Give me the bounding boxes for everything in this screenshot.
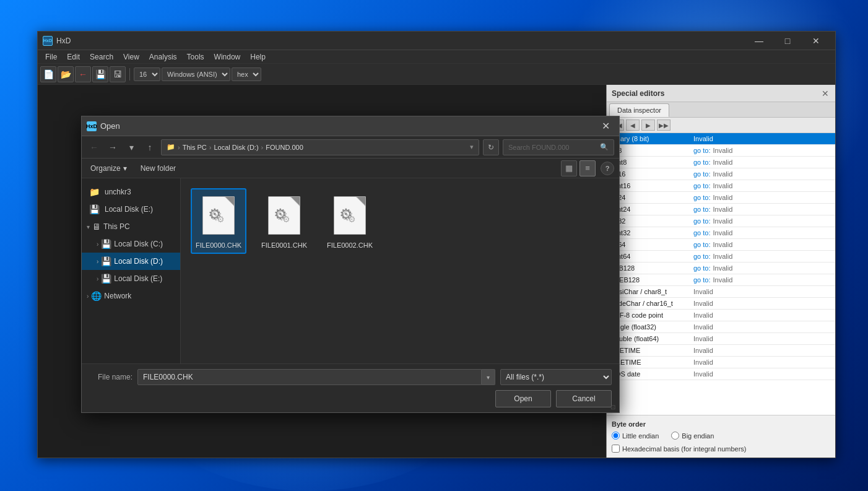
menu-item-file[interactable]: File — [40, 51, 62, 63]
byte-order-section: Byte order Little endian Big endian Hexa… — [607, 415, 835, 458]
data-row-ansichar[interactable]: AnsiChar / char8_t Invalid — [607, 286, 835, 298]
dialog-address-bar: ← → ▾ ↑ 📁 › This PC › Local Disk (D:) › … — [82, 136, 619, 159]
goto-int8[interactable]: go to: — [693, 147, 711, 154]
goto-int24[interactable]: go to: — [693, 194, 711, 201]
sidebar-item-this-pc[interactable]: ▾ 🖥 This PC — [82, 218, 180, 235]
sidebar-item-local-e[interactable]: › 💾 Local Disk (E:) — [82, 270, 180, 287]
file-icon-container-0: ⚙ ⚙ — [199, 193, 238, 238]
data-row-float64[interactable]: Double (float64) Invalid — [607, 333, 835, 345]
goto-leb128[interactable]: go to: — [693, 264, 711, 272]
data-row-uint24[interactable]: UInt24 go to: Invalid — [607, 204, 835, 215]
file-item-2[interactable]: ⚙ ⚙ FILE0002.CHK — [322, 188, 378, 254]
data-row-int32[interactable]: Int32 go to: Invalid — [607, 215, 835, 227]
goto-int64[interactable]: go to: — [693, 241, 711, 248]
data-row-leb128[interactable]: LEB128 go to: Invalid — [607, 263, 835, 274]
data-row-int8[interactable]: Int8 go to: Invalid — [607, 145, 835, 157]
view-list-button[interactable]: ≡ — [579, 160, 596, 176]
open-button[interactable]: Open — [495, 390, 551, 407]
file-type-select[interactable]: All files (*.*) — [500, 369, 612, 385]
app-icon: HxD — [43, 36, 53, 46]
sidebar-item-local-e-top[interactable]: 💾 Local Disk (E:) — [82, 201, 180, 218]
sidebar-item-local-d[interactable]: › 💾 Local Disk (D:) — [82, 253, 180, 270]
encoding-select[interactable]: Windows (ANSI) — [162, 67, 230, 81]
resize-handle[interactable]: ⊡ — [610, 404, 618, 411]
dialog-close-button[interactable]: ✕ — [597, 118, 614, 135]
file-name-1: FILE0001.CHK — [261, 241, 307, 249]
data-row-oletime[interactable]: OLETIME Invalid — [607, 345, 835, 357]
save-all-button[interactable]: 🖫 — [110, 66, 126, 82]
data-row-uint8[interactable]: UInt8 go to: Invalid — [607, 157, 835, 168]
address-icon: 📁 — [167, 143, 175, 151]
menu-item-search[interactable]: Search — [85, 51, 118, 63]
data-row-int64[interactable]: Int64 go to: Invalid — [607, 239, 835, 251]
data-row-uint16[interactable]: UInt16 go to: Invalid — [607, 180, 835, 192]
back-button[interactable]: ← — [75, 66, 91, 82]
data-row-uleb128[interactable]: ULEB128 go to: Invalid — [607, 274, 835, 286]
sidebar-item-local-c[interactable]: › 💾 Local Disk (C:) — [82, 235, 180, 253]
dropdown-nav-button[interactable]: ▾ — [124, 140, 139, 155]
menu-item-view[interactable]: View — [118, 51, 144, 63]
computer-icon: 🖥 — [92, 222, 101, 232]
data-row-int24[interactable]: Int24 go to: Invalid — [607, 192, 835, 204]
sidebar-item-unchkr3[interactable]: 📁 unchkr3 — [82, 183, 180, 201]
organize-button[interactable]: Organize ▾ — [87, 162, 131, 175]
menu-item-analysis[interactable]: Analysis — [144, 51, 182, 63]
nav-next-button[interactable]: ▶ — [641, 119, 655, 131]
data-row-utf8[interactable]: UTF-8 code point Invalid — [607, 310, 835, 321]
new-file-button[interactable]: 📄 — [40, 66, 56, 82]
menu-item-tools[interactable]: Tools — [182, 51, 209, 63]
open-file-button[interactable]: 📂 — [58, 66, 74, 82]
close-button[interactable]: ✕ — [802, 32, 830, 50]
search-box[interactable]: Search FOUND.000 🔍 — [503, 139, 614, 155]
data-row-uint32[interactable]: UInt32 go to: Invalid — [607, 227, 835, 239]
nav-prev-button[interactable]: ◀ — [626, 119, 640, 131]
hex-basis-option[interactable]: Hexadecimal basis (for integral numbers) — [612, 445, 830, 453]
goto-uint8[interactable]: go to: — [693, 159, 711, 166]
data-row-filetime[interactable]: FILETIME Invalid — [607, 357, 835, 368]
menu-item-window[interactable]: Window — [209, 51, 246, 63]
maximize-button[interactable]: □ — [773, 32, 802, 50]
columns-select[interactable]: 16 — [134, 67, 160, 81]
menu-item-edit[interactable]: Edit — [62, 51, 85, 63]
goto-uleb128[interactable]: go to: — [693, 276, 711, 284]
data-row-uint64[interactable]: UInt64 go to: Invalid — [607, 251, 835, 263]
goto-uint16[interactable]: go to: — [693, 182, 711, 189]
hex-basis-checkbox[interactable] — [612, 445, 620, 453]
file-item-0[interactable]: ⚙ ⚙ FILE0000.CHK — [191, 188, 246, 254]
goto-uint64[interactable]: go to: — [693, 253, 711, 260]
file-name-dropdown-button[interactable]: ▾ — [482, 369, 495, 385]
data-row-widechar[interactable]: WideChar / char16_t Invalid — [607, 298, 835, 310]
goto-int16[interactable]: go to: — [693, 170, 711, 178]
forward-nav-button[interactable]: → — [105, 140, 120, 155]
cancel-button[interactable]: Cancel — [556, 390, 612, 407]
save-button[interactable]: 💾 — [92, 66, 108, 82]
address-part-3: FOUND.000 — [266, 144, 303, 151]
up-nav-button[interactable]: ↑ — [142, 140, 157, 155]
panel-close-button[interactable]: ✕ — [820, 89, 830, 98]
big-endian-radio[interactable] — [671, 432, 679, 440]
view-grid-button[interactable]: ▦ — [561, 160, 577, 176]
goto-int32[interactable]: go to: — [693, 217, 711, 225]
back-nav-button[interactable]: ← — [87, 140, 102, 155]
sidebar-item-network[interactable]: › 🌐 Network — [82, 287, 180, 305]
big-endian-option[interactable]: Big endian — [671, 432, 714, 440]
file-item-1[interactable]: ⚙ ⚙ FILE0001.CHK — [256, 188, 312, 254]
goto-uint32[interactable]: go to: — [693, 229, 711, 237]
refresh-button[interactable]: ↻ — [483, 139, 499, 155]
tab-data-inspector[interactable]: Data inspector — [609, 103, 669, 117]
goto-uint24[interactable]: go to: — [693, 206, 711, 213]
address-box[interactable]: 📁 › This PC › Local Disk (D:) › FOUND.00… — [161, 139, 479, 155]
menu-item-help[interactable]: Help — [245, 51, 271, 63]
data-row-dosdate[interactable]: DOS date Invalid — [607, 368, 835, 380]
data-row-float32[interactable]: Single (float32) Invalid — [607, 321, 835, 333]
mode-select[interactable]: hex — [232, 67, 261, 81]
data-row-binary[interactable]: Binary (8 bit) Invalid — [607, 133, 835, 145]
little-endian-option[interactable]: Little endian — [612, 432, 659, 440]
help-button[interactable]: ? — [601, 162, 614, 175]
file-name-input[interactable] — [137, 369, 482, 385]
nav-last-button[interactable]: ▶▶ — [657, 119, 671, 131]
little-endian-radio[interactable] — [612, 432, 620, 440]
minimize-button[interactable]: — — [745, 32, 773, 50]
data-row-int16[interactable]: Int16 go to: Invalid — [607, 168, 835, 180]
new-folder-button[interactable]: New folder — [136, 162, 181, 175]
